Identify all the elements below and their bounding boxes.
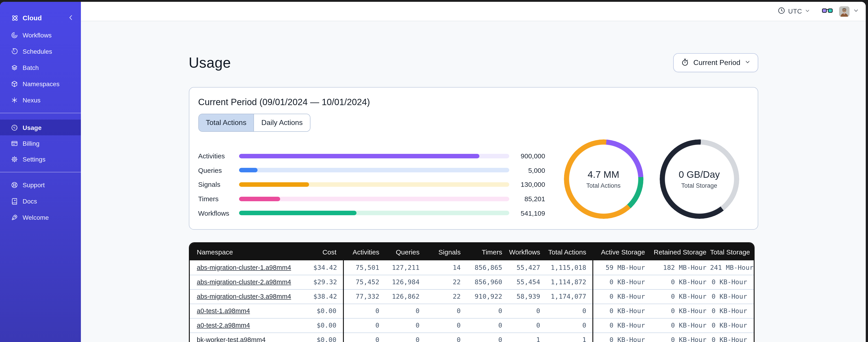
bar-row-signals: Signals 130,000 — [198, 177, 545, 192]
sidebar-nav: Workflows Schedules — [0, 27, 81, 108]
table-cell: 856,865 — [464, 260, 506, 275]
sidebar-item-label: Batch — [23, 64, 39, 71]
card-title: Current Period (09/01/2024 — 10/01/2024) — [198, 97, 748, 107]
account-menu-chevron-icon[interactable] — [853, 7, 859, 15]
namespace-link[interactable]: abs-migration-cluster-2.a98mm4 — [190, 275, 313, 289]
cloud-orbit-icon — [11, 14, 18, 21]
sidebar-item-billing[interactable]: Billing — [0, 135, 81, 151]
table-cell: 126,984 — [383, 275, 423, 289]
table-cell: 0 KB-Hour — [593, 289, 649, 304]
column-header-workflows[interactable]: Workflows — [506, 243, 544, 260]
namespace-link[interactable]: abs-migration-cluster-3.a98mm4 — [190, 289, 313, 304]
sidebar-divider — [0, 172, 81, 172]
sidebar-item-nexus[interactable]: Nexus — [0, 92, 81, 108]
actions-tabs: Total Actions Daily Actions — [198, 114, 310, 132]
table-cell: 58,939 — [506, 289, 544, 304]
avatar[interactable] — [839, 6, 849, 16]
column-header-retained-storage[interactable]: Retained Storage — [649, 243, 710, 260]
table-row: bk-worker-test.a98mm4$0.000000110 KB-Hou… — [190, 333, 754, 342]
column-header-total-storage[interactable]: Total Storage — [710, 243, 754, 260]
bar-fill — [239, 154, 479, 158]
current-period-card: Current Period (09/01/2024 — 10/01/2024)… — [189, 87, 758, 230]
table-cell: 182 MB-Hour — [649, 260, 710, 275]
sidebar-item-settings[interactable]: Settings — [0, 151, 81, 167]
column-header-timers[interactable]: Timers — [464, 243, 506, 260]
namespace-link[interactable]: a0-test-1.a98mm4 — [190, 304, 313, 318]
table-cell: 0 — [464, 333, 506, 342]
namespace-link[interactable]: abs-migration-cluster-1.a98mm4 — [190, 260, 313, 275]
table-cell: 77,332 — [343, 289, 383, 304]
sidebar-item-usage[interactable]: Usage — [0, 119, 81, 135]
chevron-down-icon — [744, 59, 750, 66]
tab-total-actions[interactable]: Total Actions — [198, 114, 254, 131]
brand-label: Cloud — [23, 14, 67, 22]
table-cell: 0 KB-Hour — [649, 275, 710, 289]
table-cell: 0 — [423, 333, 464, 342]
sidebar-item-namespaces[interactable]: Namespaces — [0, 76, 81, 92]
donut-label: Total Actions — [586, 182, 621, 189]
column-header-cost[interactable]: Cost — [313, 243, 343, 260]
sidebar-item-schedules[interactable]: Schedules — [0, 43, 81, 60]
table-cell: 0 KB-Hour — [649, 304, 710, 318]
table-cell: $0.00 — [313, 318, 343, 333]
namespace-usage-table: Namespace Cost Activities Queries Signal… — [189, 242, 754, 342]
table-cell: $0.00 — [313, 333, 343, 342]
bar-fill — [239, 182, 309, 187]
column-header-namespace[interactable]: Namespace — [190, 243, 313, 260]
topbar: UTC — [81, 2, 866, 21]
table-row: abs-migration-cluster-3.a98mm4$38.4277,3… — [190, 289, 754, 304]
sidebar-item-support[interactable]: Support — [0, 177, 81, 193]
glasses-icon[interactable] — [822, 7, 833, 15]
table-cell: 0 KB-Hour — [649, 289, 710, 304]
table-cell: 0 — [464, 304, 506, 318]
column-header-signals[interactable]: Signals — [423, 243, 464, 260]
nexus-asterisk-icon — [11, 97, 18, 104]
workflows-spiral-icon — [11, 32, 18, 39]
namespace-link[interactable]: bk-worker-test.a98mm4 — [190, 333, 313, 342]
table-cell: 0 — [506, 318, 544, 333]
sidebar-item-label: Support — [23, 181, 45, 189]
table-cell: 0 — [544, 304, 593, 318]
bar-label: Signals — [198, 181, 239, 189]
table-cell: 0 — [506, 304, 544, 318]
sidebar-collapse-icon[interactable] — [67, 14, 74, 21]
bar-track — [239, 197, 509, 201]
table-cell: 241 MB-Hour — [710, 260, 754, 275]
sidebar-brand[interactable]: Cloud — [0, 12, 81, 24]
sidebar-item-label: Settings — [23, 156, 45, 163]
sidebar-item-batch[interactable]: Batch — [0, 60, 81, 76]
table-cell: 1,114,872 — [544, 275, 593, 289]
period-selector-button[interactable]: Current Period — [674, 53, 758, 72]
bar-track — [239, 154, 509, 158]
table-cell: 126,862 — [383, 289, 423, 304]
tab-daily-actions[interactable]: Daily Actions — [254, 114, 310, 131]
table-cell: 1,115,018 — [544, 260, 593, 275]
column-header-queries[interactable]: Queries — [383, 243, 423, 260]
column-header-active-storage[interactable]: Active Storage — [593, 243, 649, 260]
table-cell: $34.42 — [313, 260, 343, 275]
namespace-link[interactable]: a0-test-2.a98mm4 — [190, 318, 313, 333]
column-header-total-actions[interactable]: Total Actions — [544, 243, 593, 260]
table-cell: 22 — [423, 289, 464, 304]
table-cell: 0 — [423, 304, 464, 318]
table-cell: 0 — [383, 304, 423, 318]
table-cell: 0 KB-Hour — [710, 275, 754, 289]
clock-icon — [778, 6, 785, 16]
timezone-selector[interactable]: UTC — [778, 6, 810, 16]
sidebar-item-welcome[interactable]: Welcome — [0, 209, 81, 226]
sidebar-footer-nav: Support Docs — [0, 177, 81, 226]
chevron-down-icon — [805, 7, 810, 15]
table-cell: 14 — [423, 260, 464, 275]
sidebar-item-docs[interactable]: Docs — [0, 193, 81, 209]
bar-label: Activities — [198, 152, 239, 160]
donut-label: Total Storage — [681, 182, 717, 189]
table-cell: $29.32 — [313, 275, 343, 289]
bar-label: Timers — [198, 195, 239, 203]
donut-value: 0 GB/Day — [679, 169, 720, 180]
billing-card-icon — [11, 140, 18, 147]
support-lifebuoy-icon — [11, 181, 18, 189]
bar-label: Workflows — [198, 209, 239, 217]
sidebar-item-workflows[interactable]: Workflows — [0, 27, 81, 43]
table-cell: 55,454 — [506, 275, 544, 289]
column-header-activities[interactable]: Activities — [343, 243, 383, 260]
